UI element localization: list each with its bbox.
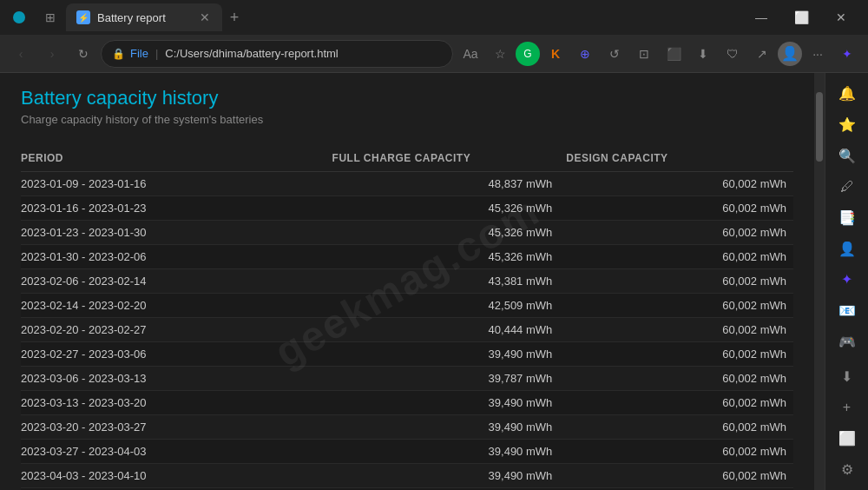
copilot-circle-btn[interactable]: G xyxy=(516,42,540,66)
table-row: 2023-02-27 - 2023-03-0639,490 mWh60,002 … xyxy=(21,342,793,367)
window-controls: — ⬜ ✕ xyxy=(741,0,861,35)
table-row: 2023-03-13 - 2023-03-2039,490 mWh60,002 … xyxy=(21,391,793,415)
close-btn[interactable]: ✕ xyxy=(821,0,861,35)
period-cell: 2023-01-09 - 2023-01-16 xyxy=(21,172,326,196)
sidebar-search-btn[interactable]: K xyxy=(542,40,569,68)
right-sidebar: 🔔 ⭐ 🔍 🖊 📑 👤 ✦ 📧 🎮 ⬇ + ⬜ ⚙ xyxy=(825,73,868,490)
table-row: 2023-02-06 - 2023-02-1443,381 mWh60,002 … xyxy=(21,269,793,294)
new-tab-btn[interactable]: + xyxy=(222,5,247,30)
refresh-btn[interactable]: ↻ xyxy=(69,40,97,68)
period-cell: 2023-02-14 - 2023-02-20 xyxy=(21,294,326,318)
page-title: Battery capacity history xyxy=(21,87,793,109)
page-subtitle: Charge capacity history of the system's … xyxy=(21,113,793,126)
period-cell: 2023-03-06 - 2023-03-13 xyxy=(21,367,326,391)
url-text: C:/Users/dhima/battery-report.html xyxy=(165,47,442,60)
design-capacity-cell: 60,002 mWh xyxy=(559,318,793,342)
copilot-btn[interactable]: ✦ xyxy=(833,40,861,68)
sidebar-reading-icon[interactable]: 📑 xyxy=(832,204,863,232)
refresh2-btn[interactable]: ↺ xyxy=(601,40,628,68)
active-tab[interactable]: ⚡ Battery report ✕ xyxy=(66,3,222,31)
download-btn[interactable]: ⬇ xyxy=(689,40,717,68)
full-charge-cell: 45,326 mWh xyxy=(326,221,560,245)
svg-point-0 xyxy=(13,11,25,23)
url-separator: | xyxy=(155,47,158,60)
design-capacity-cell: 60,002 mWh xyxy=(559,415,793,440)
sidebar-favorites-icon[interactable]: ⭐ xyxy=(832,111,863,139)
reader-view-btn[interactable]: Aa xyxy=(457,40,484,68)
tab-list-btn[interactable]: ⊞ xyxy=(38,5,62,30)
table-row: 2023-01-30 - 2023-02-0645,326 mWh60,002 … xyxy=(21,245,793,269)
sidebar-profile-icon[interactable]: 👤 xyxy=(832,235,863,262)
period-cell: 2023-03-13 - 2023-03-20 xyxy=(21,391,326,415)
period-cell: 2023-01-30 - 2023-02-06 xyxy=(21,245,326,269)
sidebar-search-sidebar-icon[interactable]: 🔍 xyxy=(832,142,863,169)
scrollbar-track xyxy=(814,73,825,490)
scrollbar-thumb[interactable] xyxy=(816,92,823,162)
protocol-label: File xyxy=(130,47,148,60)
table-row: 2023-03-06 - 2023-03-1339,787 mWh60,002 … xyxy=(21,367,793,391)
full-charge-cell: 48,837 mWh xyxy=(326,172,560,196)
full-charge-cell: 45,326 mWh xyxy=(326,196,560,221)
settings-menu-btn[interactable]: ··· xyxy=(804,40,832,68)
forward-btn[interactable]: › xyxy=(38,40,66,68)
sidebar-settings-icon[interactable]: ⚙ xyxy=(832,455,863,483)
security-icon: 🔒 xyxy=(112,48,125,60)
sidebar-copilot-icon[interactable]: ✦ xyxy=(832,266,863,294)
minimize-btn[interactable]: — xyxy=(741,0,781,35)
period-cell: 2023-01-16 - 2023-01-23 xyxy=(21,196,326,221)
design-capacity-header: DESIGN CAPACITY xyxy=(559,147,793,172)
period-cell: 2023-02-20 - 2023-02-27 xyxy=(21,318,326,342)
table-row: 2023-02-14 - 2023-02-2042,509 mWh60,002 … xyxy=(21,294,793,318)
sidebar-games-icon[interactable]: 🎮 xyxy=(832,328,863,356)
full-charge-cell: 39,490 mWh xyxy=(326,464,560,488)
period-cell: 2023-03-20 - 2023-03-27 xyxy=(21,415,326,440)
sidebar-outlook-icon[interactable]: 📧 xyxy=(832,297,863,325)
nav-action-buttons: Aa ☆ G K ⊕ ↺ ⊡ ⬛ ⬇ 🛡 ↗ 👤 ··· ✦ xyxy=(457,40,861,68)
period-cell: 2023-03-27 - 2023-04-03 xyxy=(21,440,326,464)
extensions-btn[interactable]: ⊕ xyxy=(571,40,599,68)
full-charge-header: FULL CHARGE CAPACITY xyxy=(326,147,560,172)
title-bar: ⊞ ⚡ Battery report ✕ + — ⬜ ✕ xyxy=(0,0,868,35)
sidebar-tools-icon[interactable]: 🖊 xyxy=(832,173,863,201)
full-charge-cell: 40,444 mWh xyxy=(326,318,560,342)
profile-btn[interactable]: 👤 xyxy=(778,42,802,66)
favorites-btn[interactable]: ☆ xyxy=(486,40,514,68)
address-bar[interactable]: 🔒 File | C:/Users/dhima/battery-report.h… xyxy=(101,40,453,68)
table-row: 2023-03-27 - 2023-04-0339,490 mWh60,002 … xyxy=(21,440,793,464)
full-charge-cell: 45,326 mWh xyxy=(326,245,560,269)
table-row: 2023-01-09 - 2023-01-1648,837 mWh60,002 … xyxy=(21,172,793,196)
design-capacity-cell: 60,002 mWh xyxy=(559,172,793,196)
sidebar-down-icon[interactable]: ⬇ xyxy=(832,362,863,390)
tab-close-btn[interactable]: ✕ xyxy=(198,10,212,24)
sidebar-add-icon[interactable]: + xyxy=(832,394,863,421)
share-btn[interactable]: ↗ xyxy=(748,40,776,68)
full-charge-cell: 39,787 mWh xyxy=(326,367,560,391)
title-bar-left: ⊞ xyxy=(7,5,62,30)
design-capacity-cell: 60,002 mWh xyxy=(559,391,793,415)
maximize-btn[interactable]: ⬜ xyxy=(781,0,821,35)
table-row: 2023-01-23 - 2023-01-3045,326 mWh60,002 … xyxy=(21,221,793,245)
sidebar-notifications-icon[interactable]: 🔔 xyxy=(832,80,863,108)
period-cell: 2023-02-27 - 2023-03-06 xyxy=(21,342,326,367)
capacity-table: PERIOD FULL CHARGE CAPACITY DESIGN CAPAC… xyxy=(21,147,793,490)
split-view-btn[interactable]: ⊡ xyxy=(630,40,658,68)
sidebar-layout-icon[interactable]: ⬜ xyxy=(832,425,863,453)
back-btn[interactable]: ‹ xyxy=(7,40,35,68)
design-capacity-cell: 60,002 mWh xyxy=(559,464,793,488)
design-capacity-cell: 60,002 mWh xyxy=(559,294,793,318)
full-charge-cell: 43,381 mWh xyxy=(326,269,560,294)
nav-bar: ‹ › ↻ 🔒 File | C:/Users/dhima/battery-re… xyxy=(0,35,868,73)
design-capacity-cell: 60,002 mWh xyxy=(559,221,793,245)
content-inner: Battery capacity history Charge capacity… xyxy=(0,73,814,490)
browser-shield-btn[interactable]: 🛡 xyxy=(719,40,746,68)
tab-bar: ⚡ Battery report ✕ + xyxy=(66,3,741,31)
edge-home-icon[interactable] xyxy=(7,5,31,30)
main-content: Battery capacity history Charge capacity… xyxy=(0,73,814,490)
design-capacity-cell: 60,002 mWh xyxy=(559,196,793,221)
tab-title: Battery report xyxy=(97,11,191,24)
design-capacity-cell: 60,002 mWh xyxy=(559,440,793,464)
full-charge-cell: 39,490 mWh xyxy=(326,391,560,415)
table-row: 2023-01-16 - 2023-01-2345,326 mWh60,002 … xyxy=(21,196,793,221)
browser-wallet-btn[interactable]: ⬛ xyxy=(660,40,687,68)
table-row: 2023-03-20 - 2023-03-2739,490 mWh60,002 … xyxy=(21,415,793,440)
